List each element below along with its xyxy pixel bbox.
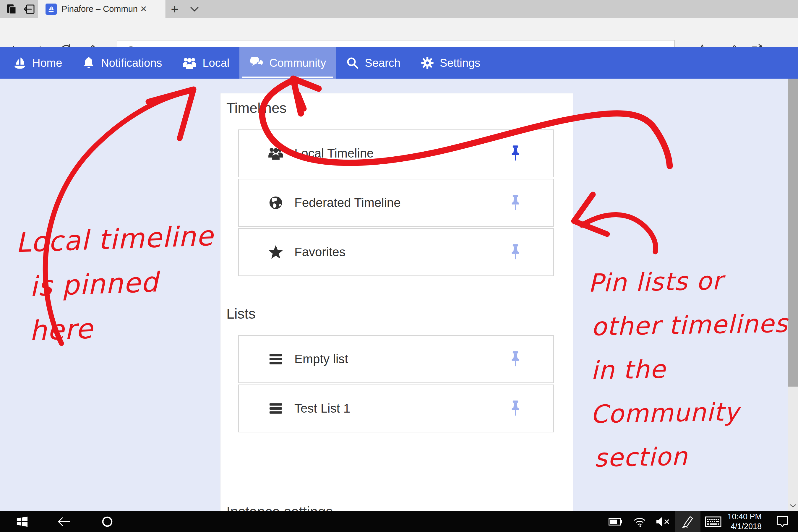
windows-taskbar: 10:40 PM 4/1/2018 xyxy=(0,511,798,532)
row-favorites[interactable]: Favorites xyxy=(238,228,554,276)
clock-date: 4/1/2018 xyxy=(730,522,762,531)
tab-close-icon[interactable]: ✕ xyxy=(140,4,147,14)
new-tab-button[interactable]: + xyxy=(164,0,185,18)
row-label: Empty list xyxy=(294,352,348,366)
cortana-icon[interactable] xyxy=(97,511,118,532)
bell-icon xyxy=(82,56,95,70)
sailboat-icon xyxy=(13,56,26,70)
people-icon xyxy=(182,57,197,69)
taskbar-back-icon[interactable] xyxy=(53,511,74,532)
lists-row-group: Empty list Test List 1 xyxy=(238,335,554,434)
note-line: section xyxy=(594,433,791,480)
nav-label: Home xyxy=(32,57,62,70)
note-line: other timelines xyxy=(591,302,788,349)
nav-label: Community xyxy=(269,57,326,70)
browser-tab[interactable]: Pinafore – Community ✕ xyxy=(38,0,166,18)
row-empty-list[interactable]: Empty list xyxy=(238,335,554,383)
note-line: in the xyxy=(590,345,789,393)
nav-label: Notifications xyxy=(101,57,162,70)
note-line: Community xyxy=(590,389,790,436)
chat-bubbles-icon xyxy=(249,56,264,70)
row-local-timeline[interactable]: Local Timeline xyxy=(238,130,554,177)
browser-tab-bar: Pinafore – Community ✕ + xyxy=(0,0,798,18)
pin-icon-inactive[interactable] xyxy=(510,400,521,416)
pinafore-nav-bar: Home Notifications Local Community Searc… xyxy=(0,47,798,79)
tab-title: Pinafore – Community xyxy=(61,4,138,14)
row-federated-timeline[interactable]: Federated Timeline xyxy=(238,179,554,227)
pin-icon-active[interactable] xyxy=(510,146,521,162)
nav-item-home[interactable]: Home xyxy=(3,47,72,79)
row-label: Test List 1 xyxy=(294,401,350,416)
row-label: Favorites xyxy=(294,245,345,259)
tab-stack-icon[interactable] xyxy=(5,2,18,16)
nav-item-notifications[interactable]: Notifications xyxy=(72,47,172,79)
row-label: Local Timeline xyxy=(294,146,374,160)
nav-item-settings[interactable]: Settings xyxy=(411,47,490,79)
action-center-icon[interactable] xyxy=(772,511,793,532)
handwritten-note-left: Local timeline is pinned here xyxy=(15,214,217,354)
community-card: Timelines Local Timeline Federated Timel… xyxy=(220,93,573,513)
globe-icon xyxy=(267,195,284,210)
pinafore-favicon xyxy=(45,3,57,15)
nav-item-community[interactable]: Community xyxy=(240,47,336,79)
pin-icon-inactive[interactable] xyxy=(510,244,521,260)
section-heading-lists: Lists xyxy=(226,306,256,322)
star-icon xyxy=(267,245,284,260)
windows-ink-pen-icon[interactable] xyxy=(675,511,701,532)
note-line: Pin lists or xyxy=(588,258,788,305)
nav-item-local[interactable]: Local xyxy=(172,47,240,79)
pin-icon-inactive[interactable] xyxy=(510,195,521,211)
wifi-icon[interactable] xyxy=(631,511,648,532)
handwritten-note-right: Pin lists or other timelines in the Comm… xyxy=(588,258,791,480)
list-icon xyxy=(267,353,284,365)
nav-label: Settings xyxy=(440,57,480,70)
nav-label: Local xyxy=(203,57,229,70)
row-test-list-1[interactable]: Test List 1 xyxy=(238,384,554,432)
taskbar-clock[interactable]: 10:40 PM 4/1/2018 xyxy=(726,511,762,532)
search-icon xyxy=(346,56,359,70)
nav-item-search[interactable]: Search xyxy=(336,47,410,79)
clock-time: 10:40 PM xyxy=(727,512,762,522)
row-label: Federated Timeline xyxy=(294,196,401,210)
nav-label: Search xyxy=(365,57,400,70)
gear-icon xyxy=(421,56,434,70)
touch-keyboard-icon[interactable] xyxy=(702,511,724,532)
scrollbar-down-icon[interactable] xyxy=(788,501,798,510)
volume-muted-icon[interactable] xyxy=(654,511,673,532)
timelines-row-group: Local Timeline Federated Timeline Favori… xyxy=(238,130,554,278)
scrollbar-thumb[interactable] xyxy=(788,79,798,386)
note-line: here xyxy=(28,302,217,353)
browser-toolbar: https://dev.pinafore.social/community xyxy=(0,18,798,47)
screen: Pinafore – Community ✕ + https://dev.pin… xyxy=(0,0,798,532)
people-icon xyxy=(267,147,284,160)
windows-start-icon[interactable] xyxy=(12,511,33,532)
note-line: Local timeline xyxy=(15,214,214,265)
pin-icon-inactive[interactable] xyxy=(510,351,521,367)
list-icon xyxy=(267,402,284,414)
set-tabs-aside-icon[interactable] xyxy=(22,2,36,16)
section-heading-timelines: Timelines xyxy=(226,100,287,116)
battery-icon[interactable] xyxy=(607,511,624,532)
note-line: is pinned xyxy=(29,258,216,309)
tab-dropdown-icon[interactable] xyxy=(186,2,203,17)
